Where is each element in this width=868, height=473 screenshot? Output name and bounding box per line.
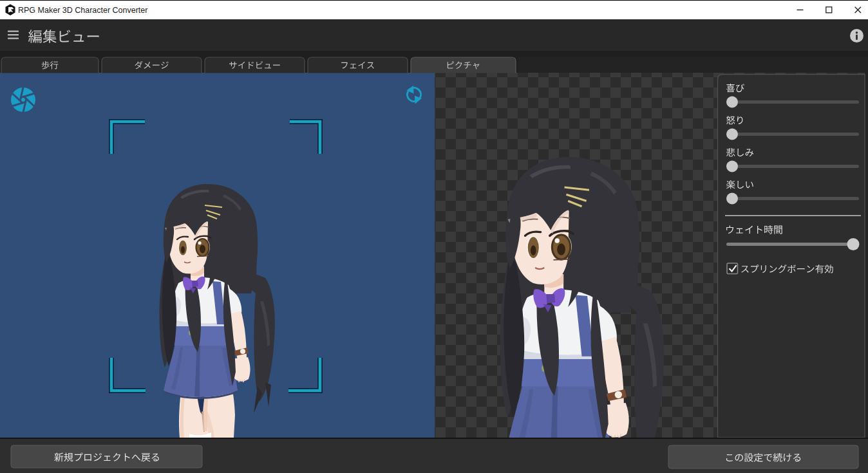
svg-text:RPG Maker 3D Character Convert: RPG Maker 3D Character Converter <box>18 6 147 15</box>
